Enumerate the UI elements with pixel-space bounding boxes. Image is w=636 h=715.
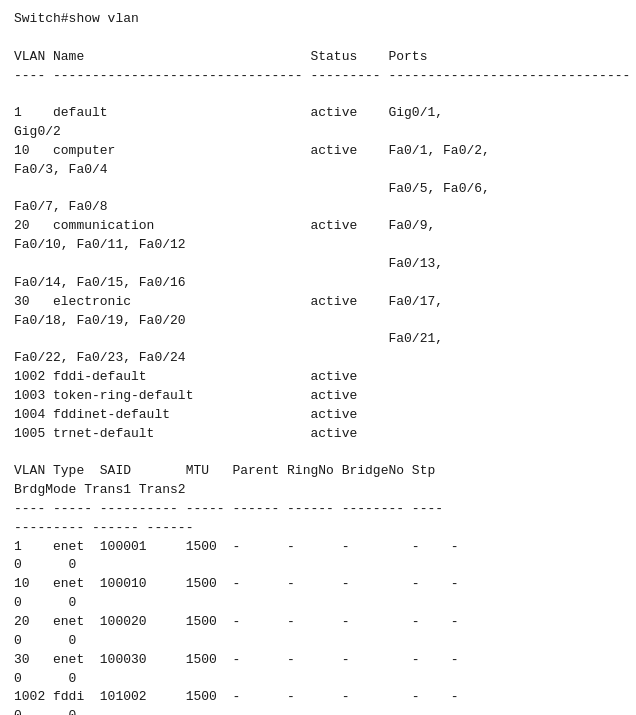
terminal-output: Switch#show vlan VLAN Name Status Ports … xyxy=(14,10,622,715)
terminal-window: Switch#show vlan VLAN Name Status Ports … xyxy=(0,0,636,715)
